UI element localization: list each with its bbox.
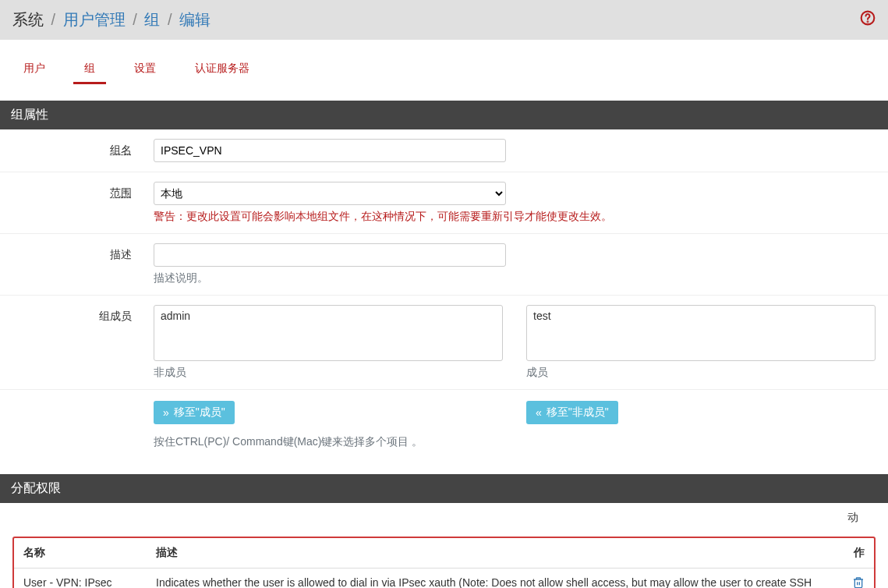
chevron-right-icon: » bbox=[163, 406, 169, 419]
row-members: 组成员 admin 非成员 test 成员 bbox=[0, 296, 888, 390]
row-scope: 范围 本地 警告：更改此设置可能会影响本地组文件，在这种情况下，可能需要重新引导… bbox=[0, 172, 888, 234]
actions-header-outside: 动 bbox=[12, 503, 876, 524]
breadcrumb-usermgr[interactable]: 用户管理 bbox=[63, 11, 126, 28]
col-desc: 描述 bbox=[147, 538, 843, 569]
nonmembers-col: admin 非成员 bbox=[154, 305, 503, 380]
col-actions: 作 bbox=[843, 538, 874, 569]
panel-assigned-privs: 分配权限 bbox=[0, 474, 888, 503]
scope-warning: 警告：更改此设置可能会影响本地组文件，在这种情况下，可能需要重新引导才能使更改生… bbox=[154, 210, 876, 224]
chevron-left-icon: « bbox=[536, 406, 542, 419]
row-description: 描述 描述说明。 bbox=[0, 234, 888, 296]
breadcrumb-sep: / bbox=[51, 11, 56, 28]
priv-table-highlight: 名称 描述 作 User - VPN: IPsec xauth Dialin I… bbox=[12, 537, 876, 588]
header-bar: 系统 / 用户管理 / 组 / 编辑 bbox=[0, 0, 888, 40]
breadcrumb: 系统 / 用户管理 / 组 / 编辑 bbox=[12, 9, 211, 30]
trash-icon[interactable] bbox=[852, 578, 865, 588]
label-groupname: 组名 bbox=[110, 143, 132, 156]
tab-authservers[interactable]: 认证服务器 bbox=[184, 55, 260, 82]
tabs: 用户 组 设置 认证服务器 bbox=[0, 40, 888, 85]
tab-users[interactable]: 用户 bbox=[12, 55, 56, 82]
nonmembers-listbox[interactable]: admin bbox=[154, 305, 503, 361]
breadcrumb-root: 系统 bbox=[12, 11, 44, 28]
list-item[interactable]: test bbox=[530, 309, 872, 323]
col-name: 名称 bbox=[14, 538, 147, 569]
members-listbox[interactable]: test bbox=[526, 305, 876, 361]
tab-settings[interactable]: 设置 bbox=[123, 55, 167, 82]
priv-name: User - VPN: IPsec xauth Dialin bbox=[14, 568, 147, 588]
members-caption: 成员 bbox=[526, 366, 876, 380]
label-description: 描述 bbox=[110, 248, 132, 260]
help-icon[interactable] bbox=[860, 10, 876, 30]
scope-select[interactable]: 本地 bbox=[154, 182, 506, 205]
breadcrumb-edit[interactable]: 编辑 bbox=[179, 11, 211, 28]
move-to-nonmembers-label: 移至"非成员" bbox=[547, 406, 609, 420]
row-groupname: 组名 bbox=[0, 129, 888, 172]
groupname-input[interactable] bbox=[154, 139, 506, 162]
priv-table: 名称 描述 作 User - VPN: IPsec xauth Dialin I… bbox=[14, 538, 874, 588]
row-move-buttons: » 移至"成员" « 移至"非成员" 按住CTRL(PC)/ Command键(… bbox=[0, 390, 888, 459]
svg-point-1 bbox=[868, 22, 869, 23]
description-input[interactable] bbox=[154, 243, 506, 267]
move-to-members-button[interactable]: » 移至"成员" bbox=[154, 401, 235, 424]
label-members: 组成员 bbox=[99, 310, 132, 322]
move-to-nonmembers-button[interactable]: « 移至"非成员" bbox=[526, 401, 618, 424]
description-help: 描述说明。 bbox=[154, 271, 876, 285]
breadcrumb-sep: / bbox=[168, 11, 172, 28]
table-row: User - VPN: IPsec xauth Dialin Indicates… bbox=[14, 568, 874, 588]
move-to-members-label: 移至"成员" bbox=[174, 406, 225, 420]
breadcrumb-groups[interactable]: 组 bbox=[144, 11, 160, 28]
nonmembers-caption: 非成员 bbox=[154, 366, 503, 380]
ctrl-help-text: 按住CTRL(PC)/ Command键(Mac)键来选择多个项目 。 bbox=[154, 435, 876, 449]
list-item[interactable]: admin bbox=[157, 309, 499, 323]
priv-desc: Indicates whether the user is allowed to… bbox=[147, 568, 843, 588]
label-scope: 范围 bbox=[110, 186, 132, 199]
breadcrumb-sep: / bbox=[133, 11, 137, 28]
members-col: test 成员 bbox=[526, 305, 876, 380]
group-form: 组名 范围 本地 警告：更改此设置可能会影响本地组文件，在这种情况下，可能需要重… bbox=[0, 129, 888, 459]
tab-groups[interactable]: 组 bbox=[73, 55, 106, 84]
panel-group-properties: 组属性 bbox=[0, 101, 888, 129]
